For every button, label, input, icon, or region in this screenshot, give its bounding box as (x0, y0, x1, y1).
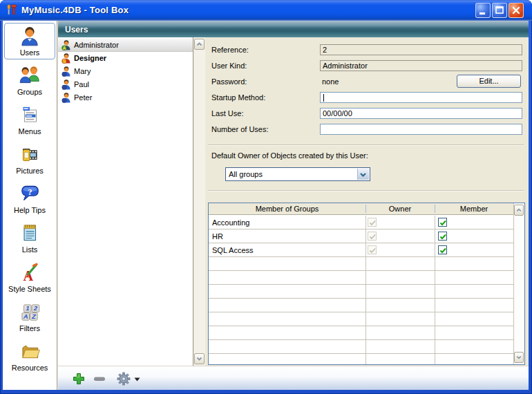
maximize-icon (493, 3, 506, 17)
startup-method-input[interactable] (320, 92, 522, 103)
password-label: Password: (211, 77, 247, 86)
chevron-down-icon (358, 169, 368, 180)
scroll-down-button[interactable] (514, 352, 524, 363)
chevron-up-icon (515, 205, 523, 215)
header-divider (365, 205, 366, 213)
sidebar-item-pictures[interactable]: Pictures (3, 140, 57, 180)
sidebar-item-groups[interactable]: Groups (3, 62, 57, 101)
owner-checkbox (368, 232, 377, 241)
combo-dropdown-button[interactable] (357, 169, 369, 180)
reference-label: Reference: (211, 46, 249, 54)
user-name: Peter (74, 93, 92, 102)
sidebar-item-users[interactable]: Users (3, 22, 57, 62)
table-scrollbar[interactable] (513, 203, 524, 364)
table-row[interactable] (209, 299, 513, 312)
table-row[interactable] (209, 340, 513, 354)
sidebar-item-help-tips[interactable]: ? Help Tips (3, 180, 57, 219)
sidebar-item-label: Menus (3, 127, 57, 135)
table-row[interactable] (209, 271, 513, 285)
window-content: Users Groups (3, 21, 529, 390)
sidebar-item-label: Filters (3, 324, 57, 332)
sidebar-item-resources[interactable]: Resources (3, 337, 57, 377)
check-icon (368, 218, 377, 227)
column-header-owner: Owner (365, 205, 435, 213)
last-use-input[interactable]: 00/00/00 (320, 108, 522, 119)
svg-text:A: A (62, 46, 66, 50)
check-icon (368, 246, 377, 255)
user-icon: A (61, 40, 71, 50)
titlebar[interactable]: MyMusic.4DB - Tool Box (0, 0, 532, 21)
minimize-button[interactable] (475, 3, 491, 18)
separator (208, 190, 524, 191)
group-name: HR (212, 232, 223, 241)
user-list-item[interactable]: Paul (58, 78, 193, 91)
startup-method-label: Startup Method: (211, 93, 265, 102)
panel-title: Users (65, 25, 88, 35)
scroll-up-button[interactable] (194, 39, 205, 50)
maximize-button[interactable] (492, 3, 507, 18)
user-list-item[interactable]: Peter (58, 91, 193, 104)
actions-menu-button[interactable] (117, 372, 140, 386)
sidebar-item-menus[interactable]: Menus (3, 101, 57, 140)
table-row[interactable]: Accounting (209, 216, 513, 229)
svg-text:?: ? (28, 187, 32, 197)
user-icon (61, 79, 71, 90)
last-use-label: Last Use: (211, 109, 243, 118)
owner-checkbox (368, 245, 377, 254)
lists-icon (18, 221, 41, 245)
user-list-item[interactable]: Mary (58, 65, 193, 78)
dropdown-arrow-icon (134, 377, 140, 382)
close-button[interactable] (509, 3, 524, 18)
user-icon (61, 93, 71, 103)
user-list-item[interactable]: A Administrator (58, 39, 193, 52)
scroll-up-button[interactable] (514, 205, 524, 216)
default-owner-select[interactable]: All groups (225, 167, 370, 181)
sidebar-item-style-sheets[interactable]: A Style Sheets (3, 259, 57, 298)
menus-icon (18, 103, 41, 126)
sidebar-item-label: Groups (3, 88, 57, 96)
member-checkbox[interactable] (438, 218, 447, 227)
group-name: Accounting (212, 218, 249, 227)
user-icon (61, 66, 71, 77)
table-row[interactable] (209, 326, 513, 340)
table-row[interactable]: SQL Access (209, 243, 513, 257)
check-icon (439, 246, 448, 255)
sidebar-item-label: Users (3, 48, 57, 57)
window: MyMusic.4DB - Tool Box U (0, 0, 532, 394)
user-list-item[interactable]: S Designer (58, 52, 193, 65)
user-list-scrollbar[interactable] (194, 37, 205, 366)
password-value: none (322, 77, 339, 86)
chevron-up-icon (195, 39, 204, 49)
edit-password-button[interactable]: Edit... (457, 75, 521, 88)
selected-option: All groups (229, 170, 263, 178)
delete-user-button[interactable] (93, 372, 106, 386)
table-row[interactable] (209, 312, 513, 326)
user-icon: S (61, 53, 71, 64)
sidebar-item-lists[interactable]: Lists (3, 219, 57, 259)
scroll-down-button[interactable] (194, 353, 205, 364)
check-icon (439, 232, 448, 241)
table-row[interactable] (209, 257, 513, 271)
number-of-uses-input[interactable] (320, 124, 522, 135)
style-sheets-icon: A (18, 261, 41, 284)
table-row[interactable]: HR (209, 229, 513, 243)
user-name: Mary (74, 67, 91, 75)
table-row[interactable] (209, 285, 513, 299)
separator (208, 144, 524, 146)
table-row[interactable] (209, 354, 513, 364)
sidebar-item-filters[interactable]: 1 2 A Z Filters (3, 298, 57, 337)
add-user-button[interactable] (72, 372, 86, 386)
group-name: SQL Access (212, 246, 254, 254)
panel-header: Users (58, 21, 529, 37)
svg-text:S: S (63, 59, 66, 64)
check-icon (368, 232, 377, 241)
member-checkbox[interactable] (438, 245, 447, 254)
close-icon (509, 3, 523, 17)
chevron-down-icon (515, 353, 523, 362)
toolbar (58, 366, 529, 390)
sidebar-item-label: Style Sheets (3, 285, 57, 293)
member-checkbox[interactable] (438, 232, 447, 241)
filters-icon: 1 2 A Z (18, 300, 41, 323)
column-header-member: Member (435, 205, 513, 213)
sidebar-item-label: Lists (3, 245, 57, 254)
